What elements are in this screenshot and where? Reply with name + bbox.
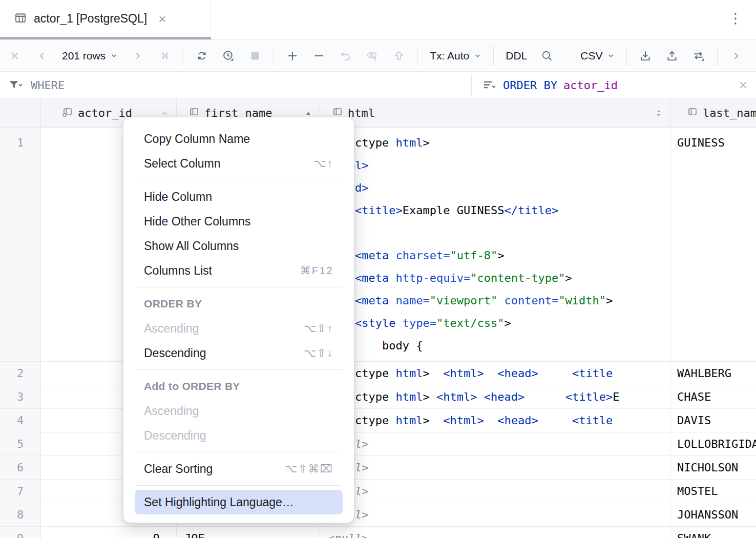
cell-html[interactable]: <!doctype html><html><head> <title>Examp… (320, 128, 671, 361)
sort-lines-icon (482, 78, 497, 92)
import-data-button[interactable] (632, 45, 659, 67)
menu-item-set-highlighting-language[interactable]: Set Highlighting Language… (135, 490, 343, 514)
column-header-label: last_name (703, 107, 756, 119)
cell-html[interactable]: <null> (320, 480, 671, 503)
tx-mode-dropdown[interactable]: Tx: Auto (423, 50, 488, 62)
eye-upload-icon (366, 49, 379, 63)
table-row: 7<null>MOSTEL (0, 480, 756, 503)
submit-changes-button (386, 45, 412, 67)
header-gutter (0, 98, 41, 128)
menu-item-copy-column-name[interactable]: Copy Column Name (135, 127, 343, 151)
cell-html[interactable]: <null> (320, 432, 671, 456)
menu-item-label: Show All Columns (144, 239, 239, 253)
cell-actor-id[interactable]: 9 (41, 527, 177, 538)
column-header-html[interactable]: html (320, 98, 671, 128)
code-line: <!doctype html> <html> <head> <title (328, 409, 670, 432)
chevron-down-icon (474, 52, 481, 59)
last-page-button[interactable] (151, 45, 178, 67)
where-filter-field[interactable]: WHERE (8, 72, 65, 98)
refresh-button[interactable] (188, 45, 215, 67)
row-number[interactable]: 3 (0, 385, 41, 408)
menu-item-hide-other-columns[interactable]: Hide Other Columns (135, 209, 343, 234)
tab-options-kebab-icon[interactable]: ⋮ (728, 11, 743, 26)
code-line: <!doctype html> <html> <head> <title (328, 362, 670, 385)
delete-row-button[interactable] (306, 45, 332, 67)
code-line: <meta name="viewport" content="width"> (328, 289, 670, 312)
menu-item-label: Set Highlighting Language… (144, 495, 294, 509)
cell-last-name[interactable]: SWANK (671, 527, 756, 538)
chevron-left-icon (36, 50, 48, 62)
table-row: 3<!doctype html> <html> <head> <title>EC… (0, 385, 756, 409)
cell-html[interactable]: <!doctype html> <html> <head> <title>E (320, 385, 671, 408)
first-page-button[interactable] (2, 45, 29, 67)
row-count-dropdown[interactable]: 201 rows (55, 50, 124, 62)
export-data-button[interactable] (659, 45, 685, 67)
cell-html[interactable]: <!doctype html> <html> <head> <title (320, 409, 671, 432)
menu-item-columns-list[interactable]: Columns List⌘F12 (135, 258, 343, 283)
menu-item-clear-sorting[interactable]: Clear Sorting⌥⇧⌘⌧ (135, 457, 343, 481)
menu-item-hide-column[interactable]: Hide Column (135, 184, 343, 209)
menu-item-show-all-columns[interactable]: Show All Columns (135, 234, 343, 258)
code-line: <meta http-equiv="content-type"> (328, 267, 670, 289)
column-header-last-name[interactable]: last_name (671, 98, 756, 128)
cell-last-name[interactable]: CHASE (671, 385, 756, 408)
menu-item-label: Columns List (144, 264, 212, 278)
export-format-dropdown[interactable]: CSV (574, 50, 621, 62)
previous-page-button[interactable] (29, 45, 55, 67)
add-row-button[interactable] (279, 45, 306, 67)
stop-button (242, 45, 268, 67)
cell-last-name[interactable]: JOHANSSON (671, 503, 756, 526)
compare-arrows-icon (692, 49, 705, 63)
next-page-button[interactable] (124, 45, 151, 67)
menu-item-shortcut: ⌘F12 (285, 264, 333, 277)
code-line: <!doctype html> <html> <head> <title>E (328, 385, 670, 408)
cell-html[interactable]: <!doctype html> <html> <head> <title (320, 362, 671, 385)
toolbar-separator (183, 46, 183, 66)
tab-actor-1-postgresql[interactable]: actor_1 [PostgreSQL] × (0, 0, 211, 37)
find-button[interactable] (534, 45, 560, 67)
order-by-field[interactable]: ORDER BY actor_id (482, 72, 618, 98)
where-label: WHERE (31, 79, 65, 92)
sort-ascending-solid-icon[interactable] (304, 109, 312, 117)
revert-changes-button (332, 45, 359, 67)
ddl-button[interactable]: DDL (499, 50, 534, 62)
cell-last-name[interactable]: MOSTEL (671, 480, 756, 503)
sort-ascending-icon[interactable] (160, 109, 169, 118)
row-number[interactable]: 4 (0, 409, 41, 432)
menu-item-descending[interactable]: Descending⌥⇧↓ (135, 341, 343, 365)
order-by-keyword: ORDER BY (503, 79, 557, 92)
close-filter-button[interactable] (738, 79, 749, 93)
code-line: <style type="text/css"> (328, 312, 670, 335)
cell-html[interactable]: <null> (320, 503, 671, 526)
auto-refresh-button[interactable] (215, 45, 242, 67)
menu-item-shortcut: ⌥⇧↓ (288, 347, 333, 359)
cell-last-name[interactable]: DAVIS (671, 409, 756, 432)
filter-bar: WHERE ORDER BY actor_id (0, 72, 756, 98)
tab-close-icon[interactable]: × (158, 12, 166, 26)
sort-both-icon[interactable] (654, 109, 663, 118)
chevron-down-icon (110, 52, 118, 59)
row-number[interactable]: 9 (0, 527, 41, 538)
cell-last-name[interactable]: GUINESS (671, 128, 756, 361)
row-number[interactable]: 5 (0, 432, 41, 456)
menu-separator (136, 287, 342, 287)
row-number[interactable]: 8 (0, 503, 41, 526)
table-row: 6<null>NICHOLSON (0, 456, 756, 480)
cell-html[interactable]: <null> (320, 527, 671, 538)
row-number[interactable]: 2 (0, 362, 41, 385)
row-number[interactable]: 7 (0, 480, 41, 503)
cell-last-name[interactable]: WAHLBERG (671, 362, 756, 385)
cell-last-name[interactable]: LOLLOBRIGIDA (671, 432, 756, 456)
row-number[interactable]: 6 (0, 456, 41, 479)
chevron-down-icon (607, 52, 615, 59)
menu-item-select-column[interactable]: Select Column⌥↑ (135, 151, 343, 176)
row-number[interactable]: 1 (0, 128, 41, 361)
more-toolbar-button[interactable] (723, 45, 749, 67)
compare-data-button[interactable] (685, 45, 712, 67)
toolbar-separator (626, 46, 627, 66)
cell-html[interactable]: <null> (320, 456, 671, 479)
cell-last-name[interactable]: NICHOLSON (671, 456, 756, 479)
row-count-label: 201 rows (62, 50, 106, 62)
upload-icon (665, 49, 679, 63)
cell-first-name[interactable]: JOE (177, 527, 320, 538)
